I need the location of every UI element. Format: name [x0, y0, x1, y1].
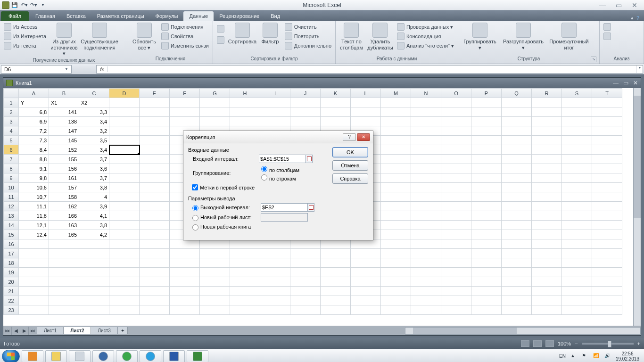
cell[interactable]: [532, 287, 562, 296]
cell[interactable]: [562, 249, 592, 258]
cell[interactable]: [411, 183, 441, 192]
cell[interactable]: [562, 305, 592, 315]
cell[interactable]: [471, 211, 502, 221]
cell[interactable]: [532, 277, 562, 287]
cell[interactable]: [79, 287, 109, 296]
cell[interactable]: [471, 305, 502, 315]
row-header[interactable]: 8: [4, 164, 19, 173]
cell[interactable]: 3,2: [79, 126, 109, 136]
cell[interactable]: X1: [49, 98, 79, 107]
cell[interactable]: [230, 258, 260, 268]
cell[interactable]: [532, 258, 562, 268]
cell[interactable]: [230, 277, 260, 287]
cell[interactable]: [109, 277, 140, 287]
output-range-field[interactable]: [261, 203, 308, 212]
row-header[interactable]: 23: [4, 305, 19, 315]
cell[interactable]: [381, 117, 411, 126]
cell[interactable]: [502, 277, 532, 287]
cell[interactable]: [532, 183, 562, 192]
cell[interactable]: [351, 98, 381, 107]
cell[interactable]: [351, 305, 381, 315]
cell[interactable]: 8,4: [19, 145, 49, 155]
taskbar-word[interactable]: [163, 350, 185, 362]
text-to-columns-button[interactable]: Текст постолбцам: [338, 22, 365, 51]
cell[interactable]: [49, 258, 79, 268]
cell[interactable]: [140, 230, 170, 239]
cell[interactable]: [230, 296, 260, 305]
row-header[interactable]: 1: [4, 98, 19, 107]
column-header[interactable]: L: [351, 89, 381, 98]
cell[interactable]: [260, 277, 290, 287]
formula-expand-button[interactable]: ▾: [636, 66, 643, 73]
cell[interactable]: [381, 173, 411, 183]
cell[interactable]: [411, 287, 441, 296]
cell[interactable]: [79, 296, 109, 305]
wb-minimize-button[interactable]: —: [613, 80, 619, 86]
cell[interactable]: [140, 192, 170, 202]
cell[interactable]: [592, 164, 622, 173]
cell[interactable]: [260, 268, 290, 277]
cell[interactable]: [140, 155, 170, 164]
name-box[interactable]: D6▼: [1, 65, 72, 74]
new-worksheet-field[interactable]: [261, 213, 308, 222]
cell[interactable]: [441, 117, 471, 126]
tab-главная[interactable]: Главная: [30, 11, 61, 21]
cell[interactable]: [381, 287, 411, 296]
cell[interactable]: [592, 155, 622, 164]
cell[interactable]: [260, 287, 290, 296]
tab-разметка страницы[interactable]: Разметка страницы: [91, 11, 150, 21]
cell[interactable]: [170, 296, 200, 305]
row-header[interactable]: 17: [4, 249, 19, 258]
cell[interactable]: [140, 173, 170, 183]
cell[interactable]: [230, 305, 260, 315]
row-header[interactable]: 12: [4, 202, 19, 211]
cell[interactable]: [592, 230, 622, 239]
cell[interactable]: [321, 305, 351, 315]
cell[interactable]: 9,1: [19, 164, 49, 173]
cell[interactable]: [351, 277, 381, 287]
row-header[interactable]: 16: [4, 239, 19, 249]
filter-button[interactable]: Фильтр: [258, 22, 282, 46]
sheet-tab[interactable]: Лист3: [91, 327, 117, 334]
cell[interactable]: [260, 239, 290, 249]
dialog-titlebar[interactable]: Корреляция ? ✕: [183, 131, 373, 143]
cell[interactable]: [502, 126, 532, 136]
wb-close-button[interactable]: ✕: [633, 80, 638, 86]
row-header[interactable]: 6: [4, 145, 19, 155]
cell[interactable]: [471, 296, 502, 305]
cell[interactable]: [471, 192, 502, 202]
cell[interactable]: [351, 249, 381, 258]
cell[interactable]: [471, 107, 502, 117]
cell[interactable]: 3,7: [79, 155, 109, 164]
ungroup-button[interactable]: Разгруппировать▾: [501, 22, 546, 51]
cell[interactable]: [562, 183, 592, 192]
cell[interactable]: 162: [49, 202, 79, 211]
cell[interactable]: [441, 249, 471, 258]
cell[interactable]: [411, 305, 441, 315]
cell[interactable]: [592, 107, 622, 117]
cell[interactable]: [140, 202, 170, 211]
cell[interactable]: [200, 249, 230, 258]
cell[interactable]: [411, 136, 441, 145]
cell[interactable]: [562, 192, 592, 202]
cell[interactable]: [411, 107, 441, 117]
row-header[interactable]: 7: [4, 155, 19, 164]
cell[interactable]: [471, 155, 502, 164]
cell[interactable]: [592, 221, 622, 230]
cell[interactable]: [532, 202, 562, 211]
input-range-field[interactable]: [259, 155, 306, 163]
cell[interactable]: [351, 107, 381, 117]
refresh-all-button[interactable]: Обновитьвсе ▾: [130, 22, 158, 51]
cell[interactable]: [471, 117, 502, 126]
zoom-out-button[interactable]: −: [575, 341, 578, 346]
cell[interactable]: [441, 268, 471, 277]
cell[interactable]: [321, 117, 351, 126]
formula-input[interactable]: fx ▾: [96, 65, 643, 74]
cell[interactable]: [562, 155, 592, 164]
cell[interactable]: 3,8: [79, 183, 109, 192]
cell[interactable]: [200, 305, 230, 315]
maximize-button[interactable]: ▭: [613, 1, 624, 9]
column-header[interactable]: B: [49, 89, 79, 98]
cell[interactable]: [411, 211, 441, 221]
sheet-tab[interactable]: Лист2: [64, 327, 91, 334]
